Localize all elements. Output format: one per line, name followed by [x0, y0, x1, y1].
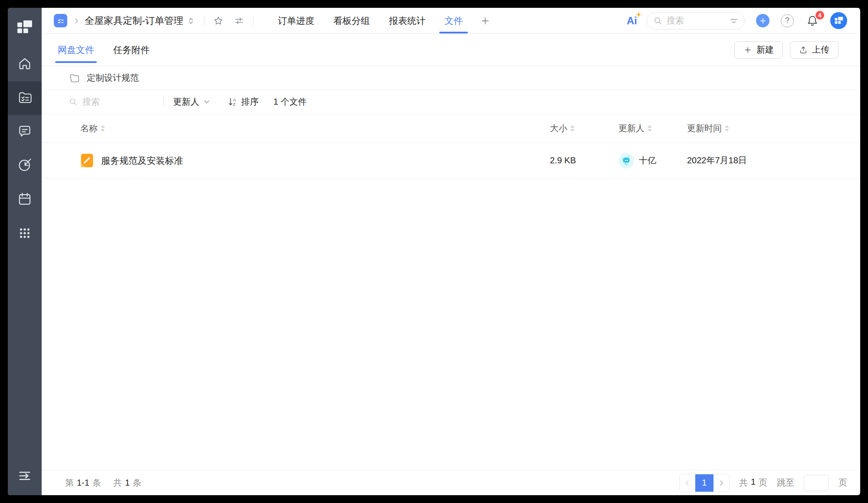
updater-filter-label: 更新人	[173, 96, 199, 108]
column-label: 更新人	[618, 122, 644, 134]
files-tabs: 网盘文件 任务附件	[58, 34, 150, 66]
user-avatar[interactable]	[830, 12, 847, 29]
topbar-right: Ai ?	[627, 12, 847, 30]
pagination-footer: 第 1-1 条 共 1 条 1 共	[42, 470, 860, 495]
search-filter-icon	[730, 17, 738, 25]
new-button-label: 新建	[756, 44, 774, 56]
notification-badge: 4	[815, 10, 825, 20]
chevron-right-icon	[717, 479, 725, 487]
favorite-star-icon[interactable]	[213, 16, 224, 26]
upload-button[interactable]: 上传	[790, 41, 838, 59]
next-page-button[interactable]	[713, 474, 729, 492]
sort-arrows-icon	[101, 125, 105, 132]
pages-count: 1	[751, 477, 756, 489]
jump-label: 跳至	[777, 477, 794, 489]
file-name-cell[interactable]: 服务规范及安装标准	[80, 153, 550, 168]
files-actions: 新建 上传	[734, 41, 838, 59]
file-updated-time: 2022年7月18日	[687, 155, 847, 166]
project-title[interactable]: 全屋家具定制-订单管理	[85, 14, 183, 27]
new-button[interactable]: 新建	[734, 41, 783, 59]
svg-text:A: A	[233, 97, 236, 102]
upload-icon	[799, 46, 808, 54]
column-label: 大小	[550, 122, 567, 134]
tab-files[interactable]: 文件	[444, 8, 463, 33]
prev-page-button[interactable]	[680, 474, 695, 492]
sidebar-item-messages[interactable]	[8, 115, 42, 149]
file-count: 1 个文件	[273, 96, 307, 108]
main-area: 全屋家具定制-订单管理 订单进度 看板分组	[42, 8, 860, 495]
files-toolbar: 更新人 A Z 排序 1 个文件	[42, 90, 860, 114]
chevron-down-icon	[203, 98, 210, 106]
notifications-button[interactable]: 4	[806, 14, 819, 27]
total-label: 共	[113, 477, 122, 489]
files-subheader: 网盘文件 任务附件 新建 上传	[42, 34, 860, 66]
empty-area	[42, 179, 860, 470]
sidebar	[8, 8, 42, 495]
document-file-icon	[80, 153, 94, 168]
pagination-controls: 1 共 1 页 跳至 页	[679, 474, 847, 492]
search-icon	[69, 97, 78, 106]
tab-drive-files[interactable]: 网盘文件	[58, 34, 94, 66]
ai-assistant-button[interactable]: Ai	[627, 15, 637, 27]
range-label: 第	[65, 477, 74, 489]
divider	[253, 16, 253, 26]
sidebar-expand-button[interactable]	[17, 466, 33, 486]
plus-icon	[760, 17, 766, 24]
updater-name: 十亿	[639, 155, 656, 166]
column-header-updater[interactable]: 更新人	[618, 122, 687, 134]
tab-board-groups[interactable]: 看板分组	[333, 8, 370, 33]
pager: 1	[679, 474, 730, 492]
workspace-icon[interactable]	[54, 14, 67, 27]
column-label: 名称	[80, 122, 98, 134]
updater-filter-dropdown[interactable]: 更新人	[173, 96, 210, 108]
sidebar-item-okr[interactable]	[8, 149, 42, 183]
column-header-updated-time[interactable]: 更新时间	[687, 122, 847, 134]
brand-logo-icon[interactable]	[16, 19, 33, 36]
column-header-name[interactable]: 名称	[80, 122, 550, 134]
file-search-input[interactable]	[82, 97, 152, 107]
table-header: 名称 大小 更新人 更新时间	[42, 114, 860, 143]
file-size: 2.9 KB	[550, 156, 618, 165]
updater-avatar	[618, 153, 634, 169]
column-label: 更新时间	[687, 122, 722, 134]
divider	[204, 16, 204, 26]
current-folder-bar[interactable]: 定制设计规范	[42, 66, 860, 90]
range-value: 1-1	[77, 478, 89, 488]
sidebar-item-home[interactable]	[8, 47, 42, 81]
tab-report-stats[interactable]: 报表统计	[389, 8, 425, 33]
global-search-input[interactable]	[667, 16, 730, 26]
global-search-box[interactable]	[647, 12, 745, 30]
file-search-box[interactable]	[69, 97, 163, 107]
sidebar-item-apps[interactable]	[8, 217, 42, 251]
folder-icon	[69, 72, 80, 84]
tab-order-progress[interactable]: 订单进度	[278, 8, 314, 33]
upload-button-label: 上传	[812, 44, 829, 56]
add-tab-icon[interactable]	[480, 16, 490, 26]
current-page-button[interactable]: 1	[695, 474, 713, 492]
sort-arrows-icon	[570, 125, 575, 132]
sort-button[interactable]: A Z 排序	[228, 96, 259, 108]
jump-page-input[interactable]	[804, 475, 829, 491]
column-header-size[interactable]: 大小	[550, 122, 618, 134]
plus-icon	[743, 46, 752, 54]
divider	[163, 97, 164, 107]
tab-task-attachments[interactable]: 任务附件	[113, 34, 150, 66]
table-row[interactable]: 服务规范及安装标准 2.9 KB 十亿	[42, 143, 860, 179]
ai-sparkle-icon	[636, 12, 641, 17]
app-window: 全屋家具定制-订单管理 订单进度 看板分组	[8, 8, 860, 495]
sort-az-icon: A Z	[228, 97, 238, 107]
sidebar-item-calendar[interactable]	[8, 183, 42, 217]
view-settings-sliders-icon[interactable]	[234, 16, 244, 26]
quick-create-button[interactable]	[756, 14, 769, 27]
help-button[interactable]: ?	[781, 14, 794, 27]
messages-icon	[17, 124, 32, 140]
home-icon	[17, 56, 32, 73]
avatar-logo-icon	[834, 16, 844, 26]
project-switcher-icon[interactable]	[187, 17, 195, 25]
jump-unit: 页	[838, 477, 847, 489]
sort-arrows-icon	[725, 125, 729, 132]
sort-arrows-icon	[648, 125, 652, 132]
pages-label: 共	[739, 477, 748, 489]
sidebar-item-projects[interactable]	[8, 81, 42, 115]
pages-unit: 页	[759, 477, 767, 489]
